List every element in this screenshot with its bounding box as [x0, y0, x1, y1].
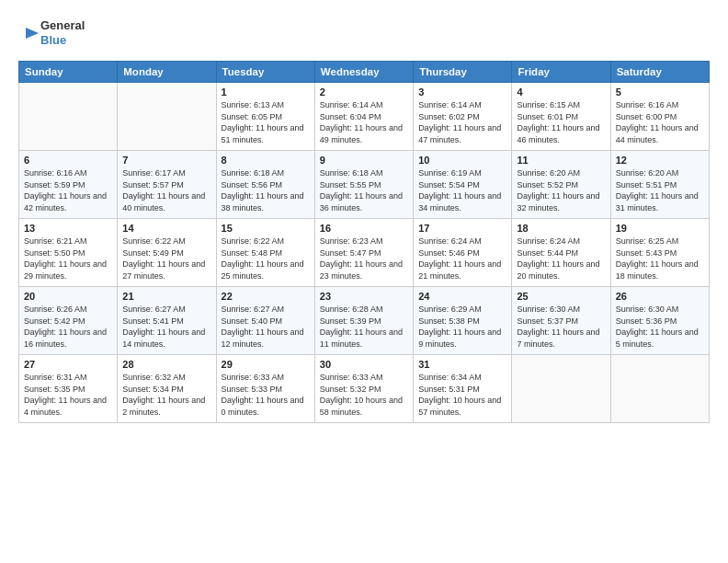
day-number: 17 [418, 223, 506, 234]
day-number: 25 [517, 291, 605, 302]
day-number: 24 [418, 291, 506, 302]
weekday-header-sunday: Sunday [19, 62, 118, 83]
calendar-cell: 26Sunrise: 6:30 AMSunset: 5:36 PMDayligh… [610, 287, 709, 355]
weekday-header-thursday: Thursday [414, 62, 512, 83]
day-info: Sunrise: 6:24 AMSunset: 5:44 PMDaylight:… [517, 236, 605, 282]
week-row-3: 13Sunrise: 6:21 AMSunset: 5:50 PMDayligh… [19, 219, 710, 287]
calendar-cell: 12Sunrise: 6:20 AMSunset: 5:51 PMDayligh… [610, 151, 709, 219]
logo-text: General Blue [40, 18, 85, 47]
day-info: Sunrise: 6:24 AMSunset: 5:46 PMDaylight:… [418, 236, 506, 282]
weekday-header-row: SundayMondayTuesdayWednesdayThursdayFrid… [19, 62, 710, 83]
weekday-header-wednesday: Wednesday [314, 62, 413, 83]
day-info: Sunrise: 6:27 AMSunset: 5:41 PMDaylight:… [122, 304, 210, 350]
day-info: Sunrise: 6:23 AMSunset: 5:47 PMDaylight:… [320, 236, 408, 282]
calendar-cell: 18Sunrise: 6:24 AMSunset: 5:44 PMDayligh… [512, 219, 610, 287]
calendar-cell: 9Sunrise: 6:18 AMSunset: 5:55 PMDaylight… [314, 151, 413, 219]
day-number: 20 [24, 291, 112, 302]
day-info: Sunrise: 6:13 AMSunset: 6:05 PMDaylight:… [222, 99, 310, 145]
day-info: Sunrise: 6:32 AMSunset: 5:34 PMDaylight:… [122, 372, 210, 418]
day-info: Sunrise: 6:18 AMSunset: 5:55 PMDaylight:… [320, 167, 408, 213]
calendar-cell: 5Sunrise: 6:16 AMSunset: 6:00 PMDaylight… [610, 83, 709, 151]
day-info: Sunrise: 6:34 AMSunset: 5:31 PMDaylight:… [418, 372, 506, 418]
day-info: Sunrise: 6:31 AMSunset: 5:35 PMDaylight:… [24, 372, 112, 418]
day-number: 21 [122, 291, 210, 302]
day-info: Sunrise: 6:22 AMSunset: 5:48 PMDaylight:… [222, 236, 310, 282]
day-info: Sunrise: 6:33 AMSunset: 5:32 PMDaylight:… [320, 372, 408, 418]
calendar-cell: 10Sunrise: 6:19 AMSunset: 5:54 PMDayligh… [414, 151, 512, 219]
day-info: Sunrise: 6:29 AMSunset: 5:38 PMDaylight:… [418, 304, 506, 350]
page: General Blue SundayMondayTuesdayWednesda… [0, 0, 728, 563]
day-number: 14 [122, 223, 210, 234]
day-number: 23 [320, 291, 408, 302]
day-number: 1 [222, 86, 310, 98]
calendar-cell: 22Sunrise: 6:27 AMSunset: 5:40 PMDayligh… [216, 287, 314, 355]
day-info: Sunrise: 6:26 AMSunset: 5:42 PMDaylight:… [24, 304, 112, 350]
day-number: 13 [24, 223, 112, 234]
week-row-1: 1Sunrise: 6:13 AMSunset: 6:05 PMDaylight… [19, 83, 710, 151]
svg-marker-0 [26, 28, 39, 39]
calendar-cell: 27Sunrise: 6:31 AMSunset: 5:35 PMDayligh… [19, 355, 118, 423]
day-number: 7 [122, 155, 210, 166]
day-info: Sunrise: 6:20 AMSunset: 5:51 PMDaylight:… [616, 167, 704, 213]
day-info: Sunrise: 6:33 AMSunset: 5:33 PMDaylight:… [222, 372, 310, 418]
day-number: 18 [517, 223, 605, 234]
calendar-cell: 2Sunrise: 6:14 AMSunset: 6:04 PMDaylight… [314, 83, 413, 151]
weekday-header-saturday: Saturday [610, 62, 709, 83]
calendar-cell: 31Sunrise: 6:34 AMSunset: 5:31 PMDayligh… [414, 355, 512, 423]
day-number: 31 [418, 359, 506, 370]
calendar-cell: 19Sunrise: 6:25 AMSunset: 5:43 PMDayligh… [610, 219, 709, 287]
logo: General Blue [18, 17, 85, 50]
day-info: Sunrise: 6:18 AMSunset: 5:56 PMDaylight:… [222, 167, 310, 213]
week-row-4: 20Sunrise: 6:26 AMSunset: 5:42 PMDayligh… [19, 287, 710, 355]
calendar-cell: 14Sunrise: 6:22 AMSunset: 5:49 PMDayligh… [118, 219, 216, 287]
day-number: 26 [616, 291, 704, 302]
calendar-cell: 24Sunrise: 6:29 AMSunset: 5:38 PMDayligh… [414, 287, 512, 355]
day-number: 9 [320, 155, 408, 166]
calendar-cell [610, 355, 709, 423]
day-number: 2 [320, 86, 408, 98]
week-row-2: 6Sunrise: 6:16 AMSunset: 5:59 PMDaylight… [19, 151, 710, 219]
day-number: 30 [320, 359, 408, 370]
day-number: 28 [122, 359, 210, 370]
calendar-cell: 25Sunrise: 6:30 AMSunset: 5:37 PMDayligh… [512, 287, 610, 355]
calendar-cell: 15Sunrise: 6:22 AMSunset: 5:48 PMDayligh… [216, 219, 314, 287]
header: General Blue [18, 17, 710, 50]
calendar-cell: 23Sunrise: 6:28 AMSunset: 5:39 PMDayligh… [314, 287, 413, 355]
day-info: Sunrise: 6:15 AMSunset: 6:01 PMDaylight:… [517, 99, 605, 145]
logo-icon [18, 17, 39, 50]
day-info: Sunrise: 6:21 AMSunset: 5:50 PMDaylight:… [24, 236, 112, 282]
calendar-cell: 13Sunrise: 6:21 AMSunset: 5:50 PMDayligh… [19, 219, 118, 287]
calendar-cell: 21Sunrise: 6:27 AMSunset: 5:41 PMDayligh… [118, 287, 216, 355]
day-number: 6 [24, 155, 112, 166]
day-info: Sunrise: 6:19 AMSunset: 5:54 PMDaylight:… [418, 167, 506, 213]
day-info: Sunrise: 6:16 AMSunset: 6:00 PMDaylight:… [616, 99, 704, 145]
calendar-cell: 28Sunrise: 6:32 AMSunset: 5:34 PMDayligh… [118, 355, 216, 423]
calendar-cell [118, 83, 216, 151]
calendar-cell [512, 355, 610, 423]
day-number: 16 [320, 223, 408, 234]
day-number: 4 [517, 86, 605, 98]
weekday-header-tuesday: Tuesday [216, 62, 314, 83]
day-number: 12 [616, 155, 704, 166]
calendar-cell: 30Sunrise: 6:33 AMSunset: 5:32 PMDayligh… [314, 355, 413, 423]
day-info: Sunrise: 6:30 AMSunset: 5:36 PMDaylight:… [616, 304, 704, 350]
day-number: 10 [418, 155, 506, 166]
calendar-cell: 11Sunrise: 6:20 AMSunset: 5:52 PMDayligh… [512, 151, 610, 219]
calendar-cell: 16Sunrise: 6:23 AMSunset: 5:47 PMDayligh… [314, 219, 413, 287]
day-info: Sunrise: 6:27 AMSunset: 5:40 PMDaylight:… [222, 304, 310, 350]
day-number: 11 [517, 155, 605, 166]
week-row-5: 27Sunrise: 6:31 AMSunset: 5:35 PMDayligh… [19, 355, 710, 423]
day-number: 19 [616, 223, 704, 234]
logo-container: General Blue [18, 17, 85, 50]
calendar-table: SundayMondayTuesdayWednesdayThursdayFrid… [18, 61, 710, 423]
calendar-cell [19, 83, 118, 151]
calendar-cell: 8Sunrise: 6:18 AMSunset: 5:56 PMDaylight… [216, 151, 314, 219]
day-info: Sunrise: 6:20 AMSunset: 5:52 PMDaylight:… [517, 167, 605, 213]
day-info: Sunrise: 6:16 AMSunset: 5:59 PMDaylight:… [24, 167, 112, 213]
calendar-cell: 4Sunrise: 6:15 AMSunset: 6:01 PMDaylight… [512, 83, 610, 151]
calendar-cell: 7Sunrise: 6:17 AMSunset: 5:57 PMDaylight… [118, 151, 216, 219]
calendar-cell: 17Sunrise: 6:24 AMSunset: 5:46 PMDayligh… [414, 219, 512, 287]
day-number: 29 [222, 359, 310, 370]
day-number: 27 [24, 359, 112, 370]
day-info: Sunrise: 6:14 AMSunset: 6:04 PMDaylight:… [320, 99, 408, 145]
